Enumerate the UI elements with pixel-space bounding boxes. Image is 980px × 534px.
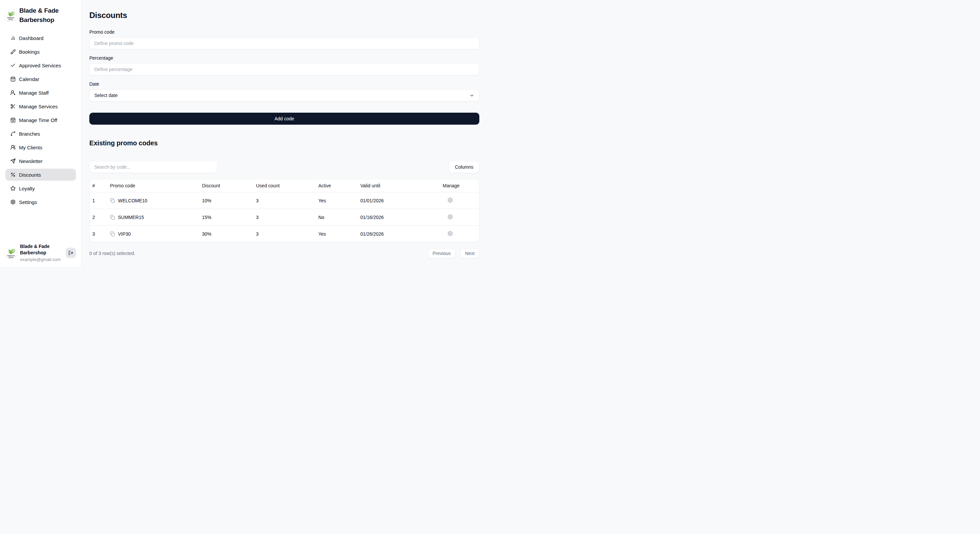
percentage-label: Percentage [89,55,479,61]
percent-icon [10,172,16,177]
next-button[interactable]: Next [460,248,479,258]
sidebar-item-label: Manage Services [19,104,58,109]
sidebar-item-label: Loyalty [19,186,35,191]
manage-button[interactable] [447,197,453,203]
sidebar-item-manage-services[interactable]: Manage Services [5,100,76,112]
row-number: 1 [90,198,107,203]
active-value: No [316,215,358,220]
manage-cell [440,230,479,237]
discount-value: 10% [199,198,253,203]
brush-icon [10,49,16,54]
add-code-button[interactable]: Add code [89,113,479,125]
sidebar-item-calendar[interactable]: Calendar [5,73,76,85]
sidebar-item-label: Dashboard [19,35,43,41]
active-value: Yes [316,231,358,237]
users-icon [10,145,16,150]
date-select-value: Select date [94,93,118,98]
header-valid-until: Valid until [358,183,440,188]
discount-value: 15% [199,215,253,220]
sidebar-item-loyalty[interactable]: Loyalty [5,182,76,194]
copy-icon [110,231,115,236]
send-icon [10,158,16,164]
sidebar-item-approved-services[interactable]: Approved Services [5,59,76,72]
sidebar-item-label: Newsletter [19,158,43,164]
vitalcare-logo-icon [5,247,17,259]
brand-title-line1: Blade & Fade [19,6,59,15]
logout-icon [68,250,73,255]
promo-code-cell: WELCOME10 [107,198,199,203]
sidebar-item-label: Bookings [19,49,40,55]
used-count-value: 3 [253,231,316,237]
search-input[interactable] [89,161,218,173]
header-promo-code: Promo code [107,183,199,188]
sidebar-item-bookings[interactable]: Bookings [5,46,76,58]
account-name: Blade & Fade Barbershop [20,243,66,256]
sidebar-item-label: Discounts [19,172,41,178]
account-name-line1: Blade & Fade [20,243,66,250]
table-footer: 0 of 3 row(s) selected. Previous Next [89,248,479,258]
percentage-field: Percentage [89,55,479,75]
sidebar-item-my-clients[interactable]: My Clients [5,141,76,153]
star-icon [10,186,16,191]
table-header-row: # Promo code Discount Used count Active … [90,180,479,192]
used-count-value: 3 [253,215,316,220]
sidebar-item-newsletter[interactable]: Newsletter [5,155,76,167]
promo-codes-table: # Promo code Discount Used count Active … [89,179,479,242]
sidebar-item-label: Manage Staff [19,90,49,96]
logout-button[interactable] [66,248,76,258]
sidebar-item-manage-time-off[interactable]: Manage Time Off [5,114,76,126]
promo-code-value: VIP30 [118,231,130,237]
sidebar-item-branches[interactable]: Branches [5,128,76,140]
manage-cell [440,214,479,221]
sidebar-item-label: Branches [19,131,40,137]
gear-icon [447,230,453,236]
table-row[interactable]: 3 VIP30 30% 3 Yes 01/26/2026 [90,225,479,242]
gear-icon [447,214,453,220]
chevron-down-icon [469,93,474,98]
promo-code-cell: SUMMER15 [107,215,199,220]
manage-button[interactable] [447,230,453,236]
spline-icon [10,131,16,136]
table-toolbar: Columns [89,161,479,173]
sidebar-nav: Dashboard Bookings Approved Services Cal… [0,32,81,208]
copy-code-button[interactable] [110,198,115,203]
copy-icon [110,215,115,220]
sidebar-item-dashboard[interactable]: Dashboard [5,32,76,44]
table-row[interactable]: 1 WELCOME10 10% 3 Yes 01/01/2026 [90,192,479,209]
date-field: Date Select date [89,81,479,101]
sidebar-item-label: My Clients [19,145,42,150]
discount-value: 30% [199,231,253,237]
promo-code-field: Promo code [89,29,479,49]
promo-code-value: SUMMER15 [118,215,144,220]
percentage-input[interactable] [89,64,479,75]
previous-button[interactable]: Previous [428,248,455,258]
used-count-value: 3 [253,198,316,203]
existing-codes-heading: Existing promo codes [89,139,479,147]
promo-code-input[interactable] [89,37,479,49]
header-number: # [90,183,107,188]
table-row[interactable]: 2 SUMMER15 15% 3 No 01/16/2026 [90,209,479,225]
chart-column-icon [10,35,16,41]
pagination: Previous Next [428,248,479,258]
date-label: Date [89,81,479,87]
promo-code-cell: VIP30 [107,231,199,237]
account-name-line2: Barbershop [20,250,66,256]
copy-code-button[interactable] [110,215,115,220]
account-info: Blade & Fade Barbershop example@gmail.co… [20,243,66,262]
account-email: example@gmail.com [20,257,66,262]
copy-code-button[interactable] [110,231,115,236]
row-number: 3 [90,231,107,237]
brand-title: Blade & Fade Barbershop [19,6,59,25]
columns-button[interactable]: Columns [449,161,479,173]
active-value: Yes [316,198,358,203]
sidebar-item-settings[interactable]: Settings [5,196,76,208]
sidebar-item-discounts[interactable]: Discounts [5,168,76,181]
header-manage: Manage [440,183,479,188]
avatar [5,247,17,259]
selection-status: 0 of 3 row(s) selected. [89,251,135,256]
date-select[interactable]: Select date [89,89,479,101]
sidebar-item-manage-staff[interactable]: Manage Staff [5,87,76,99]
manage-button[interactable] [447,214,453,220]
valid-until-value: 01/16/2026 [358,215,440,220]
brand-logo [5,10,16,21]
